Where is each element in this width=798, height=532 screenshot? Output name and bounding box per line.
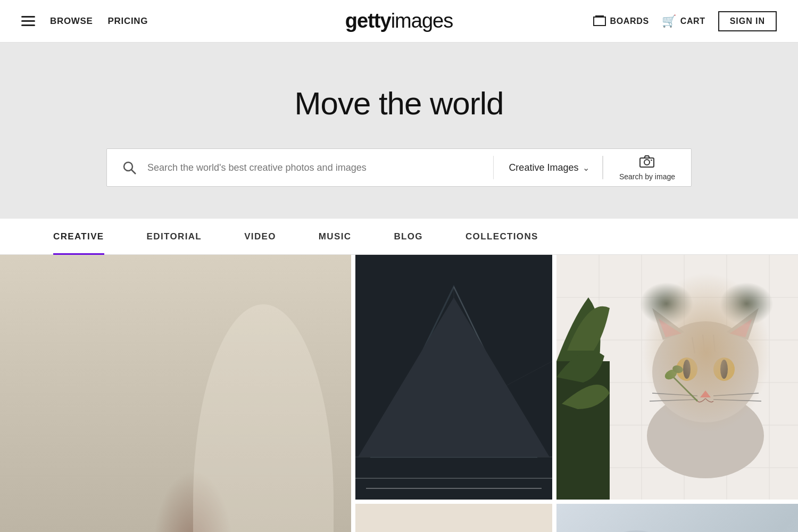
svg-point-57 <box>720 360 728 379</box>
image-geometric[interactable] <box>355 255 552 500</box>
header: BROWSE PRICING gettyimages BOARDS 🛒 CART… <box>0 0 798 43</box>
svg-point-22 <box>141 518 200 532</box>
svg-line-3 <box>131 170 136 174</box>
svg-point-49 <box>652 321 759 422</box>
svg-rect-0 <box>594 17 605 26</box>
search-bar: Creative Images ⌄ Search by image <box>106 148 692 187</box>
tab-creative[interactable]: CREATIVE <box>32 219 126 255</box>
svg-rect-7 <box>0 257 351 532</box>
svg-marker-29 <box>371 287 536 457</box>
category-nav: CREATIVE EDITORIAL VIDEO MUSIC BLOG COLL… <box>0 219 798 255</box>
cart-icon: 🛒 <box>662 14 676 28</box>
svg-point-48 <box>647 393 764 478</box>
search-icon-wrap <box>107 160 147 175</box>
tab-video[interactable]: VIDEO <box>223 219 297 255</box>
image-desk[interactable] <box>355 504 552 532</box>
hamburger-menu-icon[interactable] <box>21 16 35 26</box>
svg-line-35 <box>454 287 536 457</box>
site-logo[interactable]: gettyimages <box>345 10 453 32</box>
svg-point-55 <box>713 358 735 381</box>
svg-marker-50 <box>652 308 684 340</box>
svg-point-56 <box>683 360 691 379</box>
svg-point-25 <box>143 471 198 501</box>
image-father-daughter[interactable] <box>0 255 351 532</box>
svg-marker-53 <box>729 319 752 337</box>
svg-line-61 <box>713 393 759 396</box>
svg-rect-68 <box>355 504 552 532</box>
boards-icon <box>593 14 606 28</box>
tab-collections[interactable]: COLLECTIONS <box>444 219 560 255</box>
svg-line-62 <box>713 400 761 401</box>
search-by-image-label: Search by image <box>619 172 675 181</box>
svg-marker-30 <box>387 308 520 446</box>
pricing-link[interactable]: PRICING <box>108 16 148 27</box>
cart-button[interactable]: 🛒 CART <box>662 14 705 28</box>
svg-rect-9 <box>266 257 287 532</box>
svg-line-64 <box>703 335 704 352</box>
svg-line-60 <box>650 400 697 401</box>
image-abstract[interactable] <box>556 504 798 532</box>
cart-label: CART <box>680 16 705 26</box>
svg-rect-8 <box>255 257 351 532</box>
svg-point-5 <box>644 160 650 165</box>
boards-button[interactable]: BOARDS <box>593 14 649 28</box>
svg-point-66 <box>663 368 679 381</box>
svg-marker-51 <box>727 308 759 340</box>
hero-title: Move the world <box>295 85 504 122</box>
svg-marker-58 <box>700 390 711 397</box>
header-right: BOARDS 🛒 CART SIGN IN <box>593 11 777 31</box>
svg-line-59 <box>652 393 697 396</box>
svg-rect-27 <box>194 499 203 515</box>
search-by-image-button[interactable]: Search by image <box>603 155 691 181</box>
search-type-selector[interactable]: Creative Images ⌄ <box>496 162 602 173</box>
tab-editorial[interactable]: EDITORIAL <box>126 219 223 255</box>
svg-point-24 <box>143 478 198 532</box>
svg-rect-6 <box>651 160 652 161</box>
svg-rect-26 <box>138 499 148 515</box>
svg-marker-52 <box>659 319 681 337</box>
svg-rect-1 <box>595 15 604 16</box>
image-cat[interactable] <box>556 255 798 500</box>
tab-music[interactable]: MUSIC <box>297 219 373 255</box>
hero-section: Move the world Creative Images ⌄ <box>0 43 798 219</box>
search-type-label: Creative Images <box>509 162 578 173</box>
svg-line-63 <box>692 337 695 353</box>
tab-blog[interactable]: BLOG <box>372 219 444 255</box>
image-grid <box>0 255 798 532</box>
camera-icon <box>639 155 654 170</box>
svg-rect-77 <box>556 504 798 532</box>
header-left: BROWSE PRICING <box>21 16 148 27</box>
chevron-down-icon: ⌄ <box>583 163 589 173</box>
svg-point-2 <box>124 162 132 171</box>
svg-line-33 <box>371 361 552 457</box>
browse-link[interactable]: BROWSE <box>50 16 93 27</box>
search-icon <box>122 160 137 175</box>
search-input[interactable] <box>147 162 491 173</box>
boards-label: BOARDS <box>610 16 649 26</box>
svg-point-67 <box>672 364 684 375</box>
search-divider <box>493 156 494 179</box>
svg-point-54 <box>676 358 697 381</box>
svg-line-65 <box>713 335 715 352</box>
signin-button[interactable]: SIGN IN <box>718 11 777 31</box>
